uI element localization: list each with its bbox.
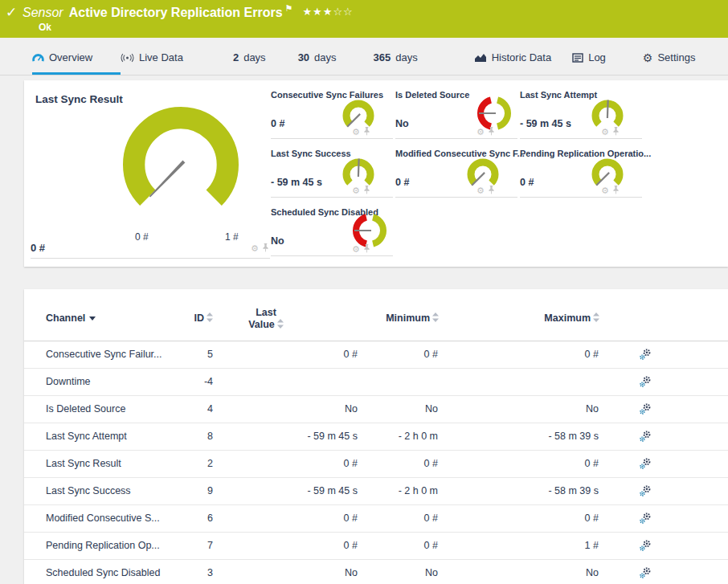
table-row: Is Deleted Source 4 No No No <box>24 396 728 423</box>
table-row: Scheduled Sync Disabled 3 No No No <box>24 560 728 584</box>
channels-table-panel: Channel ID Last Value Minimum Maximum Co… <box>24 289 728 584</box>
gauge-title: Last Sync Attempt <box>520 90 597 100</box>
channel-settings-icon[interactable] <box>639 512 652 527</box>
sensor-header: ✓ SensorActive Directory Replication Err… <box>0 0 728 38</box>
maximum-value: 0 # <box>490 451 599 477</box>
pin-icon[interactable] <box>363 244 370 253</box>
channel-name: Last Sync Attempt <box>46 423 127 450</box>
tab-365-days[interactable]: 365 days <box>374 38 418 75</box>
gear-icon[interactable]: ⚙ <box>476 128 485 136</box>
maximum-value: - 58 m 39 s <box>490 423 599 450</box>
pin-icon[interactable] <box>262 243 269 252</box>
column-header-id[interactable]: ID <box>165 312 213 325</box>
broadcast-icon <box>121 53 134 63</box>
priority-stars[interactable]: ★★★☆☆ <box>302 6 353 18</box>
channel-name: Last Sync Result <box>46 451 121 477</box>
gauge-value: 0 # <box>271 118 284 129</box>
gear-icon[interactable]: ⚙ <box>601 128 609 136</box>
table-row: Last Sync Success 9 - 59 m 45 s - 2 h 0 … <box>24 478 728 505</box>
tab-number: 2 <box>233 51 239 63</box>
gear-icon[interactable]: ⚙ <box>251 244 259 252</box>
maximum-value: No <box>490 560 599 584</box>
tab-2-days[interactable]: 2 days <box>233 38 266 75</box>
sort-icon <box>593 312 599 325</box>
tab-30-days[interactable]: 30 days <box>298 38 337 75</box>
column-header-channel[interactable]: Channel <box>46 312 96 324</box>
gauge-cell: Last Sync Success - 59 m 45 s ⚙ <box>271 146 393 198</box>
prtg-sensor-page: ✓ SensorActive Directory Replication Err… <box>0 0 728 584</box>
channel-settings-icon[interactable] <box>639 457 652 472</box>
gear-icon[interactable]: ⚙ <box>352 128 360 136</box>
pin-icon[interactable] <box>363 127 370 136</box>
sort-icon <box>432 312 439 325</box>
pin-icon[interactable] <box>488 127 495 136</box>
gear-icon[interactable]: ⚙ <box>476 186 485 194</box>
channel-id: 7 <box>145 533 213 559</box>
pin-icon[interactable] <box>612 186 620 194</box>
log-icon <box>572 53 583 63</box>
sort-icon <box>277 319 284 332</box>
minimum-value: 0 # <box>329 533 438 559</box>
main-gauge-needle <box>149 160 185 198</box>
column-header-minimum[interactable]: Minimum <box>374 312 439 325</box>
main-gauge <box>117 100 245 229</box>
gear-icon: ⚙ <box>643 53 653 63</box>
channel-settings-icon[interactable] <box>639 539 652 554</box>
tab-live-data[interactable]: Live Data <box>121 38 183 75</box>
gauge-value: 0 # <box>520 177 534 188</box>
gauge-value: - 59 m 45 s <box>271 177 322 188</box>
tab-label: Overview <box>49 51 92 63</box>
channel-settings-icon[interactable] <box>639 430 652 445</box>
channel-settings-icon[interactable] <box>639 566 652 582</box>
pin-icon[interactable] <box>488 186 495 194</box>
gauge-cell: Last Sync Attempt - 59 m 45 s ⚙ <box>520 88 642 139</box>
tab-label: Live Data <box>139 51 183 63</box>
table-row: Pending Replication Op... 7 0 # 0 # 1 # <box>24 533 728 560</box>
channel-settings-icon[interactable] <box>639 375 652 390</box>
minimum-value: No <box>329 560 438 584</box>
pin-icon[interactable] <box>363 186 370 194</box>
tab-overview[interactable]: Overview <box>32 38 121 75</box>
gauge-cell: Is Deleted Source No ⚙ <box>395 88 517 139</box>
gear-icon[interactable]: ⚙ <box>601 186 609 194</box>
tab-log[interactable]: Log <box>572 38 606 75</box>
table-row: Downtime -4 <box>24 369 728 396</box>
gauge-cell: Modified Consecutive Sync F... 0 # ⚙ <box>395 146 517 198</box>
minimum-value: - 2 h 0 m <box>329 423 438 450</box>
channel-id: 4 <box>145 396 213 423</box>
gear-icon[interactable]: ⚙ <box>352 245 360 253</box>
column-header-maximum[interactable]: Maximum <box>535 312 599 325</box>
main-gauge-title: Last Sync Result <box>35 93 123 105</box>
tab-label: days <box>395 51 417 63</box>
table-header: Channel ID Last Value Minimum Maximum <box>24 289 728 341</box>
tab-settings[interactable]: ⚙ Settings <box>643 38 696 75</box>
gauge-title: Modified Consecutive Sync F... <box>395 149 525 158</box>
column-header-last-value[interactable]: Last Value <box>241 307 291 332</box>
maximum-value: 0 # <box>490 341 599 368</box>
channel-name: Is Deleted Source <box>46 396 125 423</box>
gear-icon[interactable]: ⚙ <box>352 186 360 194</box>
channel-name: Last Sync Success <box>46 478 131 504</box>
channel-id: 3 <box>145 560 213 584</box>
channel-settings-icon[interactable] <box>639 402 652 418</box>
channel-id: 5 <box>145 341 213 368</box>
table-row: Last Sync Attempt 8 - 59 m 45 s - 2 h 0 … <box>24 423 728 451</box>
tab-number: 30 <box>298 51 309 63</box>
tab-label: Historic Data <box>492 51 551 63</box>
cell-divider <box>31 258 270 259</box>
minimum-value: - 2 h 0 m <box>329 478 438 504</box>
gauges-panel: Last Sync Result 0 # 1 # 0 # ⚙ Consecuti… <box>24 80 728 267</box>
tab-historic-data[interactable]: Historic Data <box>474 38 551 75</box>
channel-settings-icon[interactable] <box>639 348 652 363</box>
channel-settings-icon[interactable] <box>639 484 652 500</box>
channel-id: -4 <box>145 369 213 395</box>
area-chart-icon <box>474 52 487 63</box>
sort-icon <box>207 312 213 325</box>
main-gauge-max-label: 1 # <box>225 231 239 243</box>
minimum-value: 0 # <box>329 451 438 477</box>
status-ok-check-icon: ✓ <box>6 4 17 21</box>
table-body: Consecutive Sync Failur... 5 0 # 0 # 0 #… <box>24 341 728 584</box>
pin-icon[interactable] <box>612 127 620 136</box>
gauge-value: No <box>395 118 409 129</box>
tab-number: 365 <box>374 51 391 63</box>
